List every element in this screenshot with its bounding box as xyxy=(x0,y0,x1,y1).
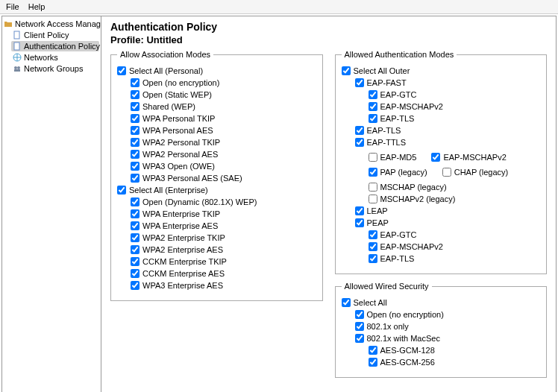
wpa3-enterprise-aes-checkbox[interactable] xyxy=(131,281,140,290)
wpa-personal-tkip-checkbox[interactable] xyxy=(131,114,140,123)
peap-mschapv2-label: EAP-MSCHAPv2 xyxy=(380,242,443,251)
tree-item-authentication-policy[interactable]: Authentication Policy xyxy=(11,41,99,51)
open-none-checkbox[interactable] xyxy=(131,78,140,87)
aes-gcm-128-checkbox[interactable] xyxy=(369,346,377,355)
select-all-enterprise-checkbox[interactable] xyxy=(117,186,126,195)
eap-fast-gtc-label: EAP-GTC xyxy=(380,90,417,99)
wpa-personal-aes-checkbox[interactable] xyxy=(131,126,140,135)
wired-dot1x-macsec-checkbox[interactable] xyxy=(355,334,364,343)
eap-fast-label: EAP-FAST xyxy=(367,78,407,87)
eap-fast-tls-label: EAP-TLS xyxy=(380,114,415,123)
eap-ttls-mschapv2-legacy-label: MSCHAPv2 (legacy) xyxy=(380,195,456,203)
wpa3-open-label: WPA3 Open (OWE) xyxy=(142,162,215,171)
eap-ttls-mschapv2-checkbox[interactable] xyxy=(431,153,440,162)
association-modes-legend: Allow Association Modes xyxy=(117,50,213,59)
profile-line: Profile: Untitled xyxy=(110,34,547,45)
peap-mschapv2-checkbox[interactable] xyxy=(369,242,377,251)
shared-wep-checkbox[interactable] xyxy=(131,102,140,111)
page-icon xyxy=(13,31,22,39)
wired-select-all-checkbox[interactable] xyxy=(342,298,351,307)
wpa-enterprise-aes-checkbox[interactable] xyxy=(131,221,140,230)
select-all-outer-checkbox[interactable] xyxy=(342,66,351,75)
menu-help[interactable]: Help xyxy=(28,2,46,11)
wpa3-open-checkbox[interactable] xyxy=(131,162,140,171)
svg-rect-1 xyxy=(14,42,19,50)
menu-file[interactable]: File xyxy=(6,2,19,11)
tree-item-label: Authentication Policy xyxy=(24,42,100,51)
eap-ttls-mschap-checkbox[interactable] xyxy=(369,183,377,192)
peap-tls-checkbox[interactable] xyxy=(369,254,377,263)
tree-item-network-groups[interactable]: Network Groups xyxy=(11,63,99,74)
select-all-personal-label: Select All (Personal) xyxy=(129,66,203,75)
wpa3-enterprise-aes-label: WPA3 Enterprise AES xyxy=(142,281,223,290)
select-all-enterprise[interactable]: Select All (Enterprise) xyxy=(117,186,316,195)
aes-gcm-256-label: AES-GCM-256 xyxy=(380,358,435,367)
select-all-personal[interactable]: Select All (Personal) xyxy=(117,66,316,75)
wired-dot1x-only-label: 802.1x only xyxy=(367,322,409,331)
peap-tls-label: EAP-TLS xyxy=(380,254,415,263)
cckm-enterprise-tkip-checkbox[interactable] xyxy=(131,257,140,266)
peap-checkbox[interactable] xyxy=(355,218,364,227)
body-area: Network Access Manager Client Policy Aut… xyxy=(1,16,557,392)
eap-fast-mschapv2-checkbox[interactable] xyxy=(369,102,377,111)
wired-dot1x-macsec-label: 802.1x with MacSec xyxy=(367,334,440,343)
eap-fast-checkbox[interactable] xyxy=(355,78,364,87)
authentication-modes-group: Allowed Authentication Modes Select All … xyxy=(335,50,548,274)
open-static-wep-checkbox[interactable] xyxy=(131,90,140,99)
tree-item-client-policy[interactable]: Client Policy xyxy=(11,30,99,40)
tree-root-label: Network Access Manager xyxy=(15,19,101,28)
wpa-enterprise-tkip-label: WPA Enterprise TKIP xyxy=(142,209,220,218)
eap-ttls-mschap-label: MSCHAP (legacy) xyxy=(380,183,447,192)
eap-fast-gtc-checkbox[interactable] xyxy=(369,90,377,99)
eap-ttls-pap-checkbox[interactable] xyxy=(369,168,377,177)
wpa2-personal-aes-checkbox[interactable] xyxy=(131,150,140,159)
tree-pane: Network Access Manager Client Policy Aut… xyxy=(2,16,101,392)
association-modes-group: Allow Association Modes Select All (Pers… xyxy=(110,50,323,301)
wpa2-personal-tkip-checkbox[interactable] xyxy=(131,138,140,147)
open-static-wep-label: Open (Static WEP) xyxy=(142,90,212,99)
svg-rect-5 xyxy=(14,69,20,72)
eap-ttls-mschapv2-legacy-checkbox[interactable] xyxy=(369,195,377,203)
aes-gcm-256-checkbox[interactable] xyxy=(369,358,377,367)
wpa2-enterprise-aes-label: WPA2 Enterprise AES xyxy=(142,245,223,254)
content-pane: Authentication Policy Profile: Untitled … xyxy=(101,16,556,392)
menubar: File Help xyxy=(0,0,558,14)
folder-icon xyxy=(4,19,13,28)
open-dynamic-wep-checkbox[interactable] xyxy=(131,197,140,206)
leap-checkbox[interactable] xyxy=(355,206,364,215)
tree-item-networks[interactable]: Networks xyxy=(11,52,99,63)
select-all-outer[interactable]: Select All Outer xyxy=(342,66,541,75)
tree-item-label: Networks xyxy=(24,53,58,62)
tree-root[interactable]: Network Access Manager xyxy=(4,19,99,28)
wpa-enterprise-aes-label: WPA Enterprise AES xyxy=(142,221,218,230)
wpa2-enterprise-tkip-checkbox[interactable] xyxy=(131,233,140,242)
wired-security-legend: Allowed Wired Security xyxy=(342,282,432,291)
cckm-enterprise-aes-checkbox[interactable] xyxy=(131,269,140,278)
peap-gtc-checkbox[interactable] xyxy=(369,230,377,239)
select-all-personal-checkbox[interactable] xyxy=(117,66,126,75)
wpa-personal-aes-label: WPA Personal AES xyxy=(142,126,213,135)
wired-open-checkbox[interactable] xyxy=(355,310,364,319)
wpa-enterprise-tkip-checkbox[interactable] xyxy=(131,209,140,218)
wired-security-group: Allowed Wired Security Select All Open (… xyxy=(335,282,548,378)
eap-fast-tls-checkbox[interactable] xyxy=(369,114,377,123)
eap-ttls-label: EAP-TTLS xyxy=(367,138,407,147)
eap-ttls-chap-checkbox[interactable] xyxy=(442,168,451,177)
shared-wep-label: Shared (WEP) xyxy=(142,102,195,111)
page-icon xyxy=(13,42,22,51)
eap-tls-label: EAP-TLS xyxy=(367,126,401,135)
wired-select-all-label: Select All xyxy=(354,298,387,307)
eap-ttls-md5-checkbox[interactable] xyxy=(369,153,377,162)
tree-item-label: Client Policy xyxy=(24,31,69,39)
wpa3-personal-sae-label: WPA3 Personal AES (SAE) xyxy=(142,174,242,183)
peap-label: PEAP xyxy=(367,218,389,227)
eap-ttls-checkbox[interactable] xyxy=(355,138,364,147)
wired-select-all[interactable]: Select All xyxy=(342,298,541,307)
eap-tls-checkbox[interactable] xyxy=(355,126,364,135)
open-none-label: Open (no encryption) xyxy=(142,78,219,87)
group-icon xyxy=(13,64,22,73)
wired-dot1x-only-checkbox[interactable] xyxy=(355,322,364,331)
wpa2-enterprise-aes-checkbox[interactable] xyxy=(131,245,140,254)
authentication-modes-legend: Allowed Authentication Modes xyxy=(342,50,457,59)
wpa3-personal-sae-checkbox[interactable] xyxy=(131,174,140,183)
